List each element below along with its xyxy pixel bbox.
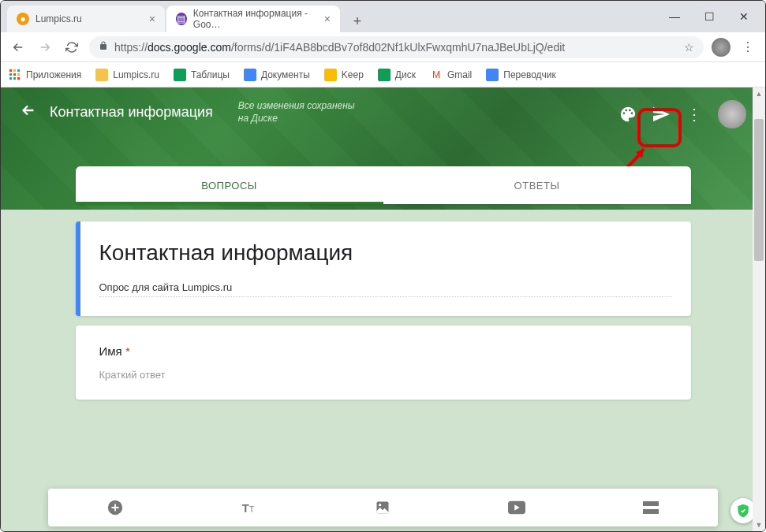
favicon-icon: ● [17,13,29,25]
address-bar[interactable]: https://docs.google.com/forms/d/1iF4AB8b… [89,36,704,58]
translate-icon [486,69,499,81]
close-icon[interactable]: × [324,13,331,25]
svg-rect-1 [13,69,16,72]
svg-rect-16 [643,509,659,514]
form-scroll-area: Контактная информация Опрос для сайта Lu… [1,214,765,531]
apps-icon [9,69,21,81]
scroll-thumb[interactable] [754,119,764,261]
window-close[interactable]: ✕ [738,11,749,22]
svg-rect-8 [17,77,20,80]
required-indicator: * [125,344,130,358]
bookmark-label: Lumpics.ru [113,69,159,80]
form-description-text[interactable]: Опрос для сайта Lumpics.ru [99,281,672,297]
bookmark-label: Приложения [26,69,81,80]
svg-rect-7 [13,77,16,80]
add-question-button[interactable] [106,498,125,517]
question-card[interactable]: Имя * Краткий ответ [76,326,691,400]
drive-icon [378,69,390,81]
browser-menu-button[interactable]: ⋮ [738,38,757,57]
folder-icon [95,69,108,81]
add-section-button[interactable] [641,498,660,517]
nav-forward-button[interactable] [35,38,54,57]
bookmark-label: Переводчик [503,69,556,80]
back-arrow-button[interactable] [20,102,37,124]
add-image-button[interactable] [373,498,392,517]
bookmark-keep[interactable]: Keep [324,69,364,81]
send-button[interactable] [652,105,671,124]
lock-icon [99,41,108,53]
question-label[interactable]: Имя * [99,344,672,358]
profile-avatar[interactable] [712,38,731,57]
add-video-button[interactable] [507,498,526,517]
tab-responses[interactable]: ОТВЕТЫ [383,166,691,204]
svg-rect-2 [17,69,20,72]
gmail-icon: M [430,69,443,81]
svg-text:T: T [249,505,254,514]
close-icon[interactable]: × [149,13,155,25]
account-avatar[interactable] [718,100,746,128]
form-title-text[interactable]: Контактная информация [99,240,672,266]
svg-point-13 [379,504,381,506]
annotation-highlight [637,108,682,147]
address-bar-row: https://docs.google.com/forms/d/1iF4AB8b… [1,32,765,62]
add-title-button[interactable]: TT [240,498,259,517]
bookmark-label: Gmail [447,69,472,80]
bookmark-docs[interactable]: Документы [244,69,310,81]
scroll-up-button[interactable]: ▲ [753,87,765,100]
svg-rect-0 [9,69,12,72]
svg-rect-6 [9,77,12,80]
palette-icon[interactable] [618,105,637,124]
docs-icon [244,69,256,81]
bookmark-star-icon[interactable]: ☆ [684,41,694,54]
svg-rect-3 [9,73,12,76]
tab-title: Lumpics.ru [35,13,82,24]
sheets-icon [174,69,186,81]
bookmark-sheets[interactable]: Таблицы [174,69,230,81]
answer-placeholder: Краткий ответ [99,369,672,381]
bookmark-label: Диск [395,69,416,80]
save-status: Все изменения сохранены на Диске [238,100,364,125]
browser-tab-forms[interactable]: ▤ Контактная информация - Goo… × [166,6,340,32]
bookmark-drive[interactable]: Диск [378,69,416,81]
url-text: https://docs.google.com/forms/d/1iF4AB8b… [114,41,565,54]
form-title-card[interactable]: Контактная информация Опрос для сайта Lu… [76,221,691,316]
svg-rect-15 [643,501,659,506]
nav-back-button[interactable] [9,38,28,57]
new-tab-button[interactable]: + [346,10,368,32]
svg-text:T: T [242,502,249,515]
bookmark-apps[interactable]: Приложения [9,69,81,81]
bookmark-translate[interactable]: Переводчик [486,69,556,81]
keep-icon [324,69,337,81]
more-menu-button[interactable]: ⋮ [685,105,704,124]
bookmark-lumpics[interactable]: Lumpics.ru [95,69,159,81]
nav-reload-button[interactable] [62,38,81,57]
tab-questions[interactable]: ВОПРОСЫ [76,166,383,204]
vertical-scrollbar[interactable]: ▲ ▼ [753,87,765,531]
forms-app-area: Контактная информация Все изменения сохр… [1,87,765,531]
bookmark-label: Документы [261,69,310,80]
window-minimize[interactable]: — [669,11,680,22]
tab-title: Контактная информация - Goo… [193,8,318,30]
bookmarks-bar: Приложения Lumpics.ru Таблицы Документы … [1,62,765,87]
bookmark-label: Keep [342,69,364,80]
browser-tab-lumpics[interactable]: ● Lumpics.ru × [7,6,165,32]
scroll-down-button[interactable]: ▼ [753,519,765,531]
svg-rect-5 [17,73,20,76]
svg-rect-4 [13,73,16,76]
form-tabs: ВОПРОСЫ ОТВЕТЫ [76,166,691,204]
bookmark-gmail[interactable]: MGmail [430,69,472,81]
favicon-icon: ▤ [176,13,187,25]
browser-tab-strip: ● Lumpics.ru × ▤ Контактная информация -… [1,1,765,32]
window-maximize[interactable]: ☐ [704,11,715,22]
question-toolbar: TT [48,489,718,526]
form-title[interactable]: Контактная информация [50,104,213,121]
bookmark-label: Таблицы [191,69,230,80]
